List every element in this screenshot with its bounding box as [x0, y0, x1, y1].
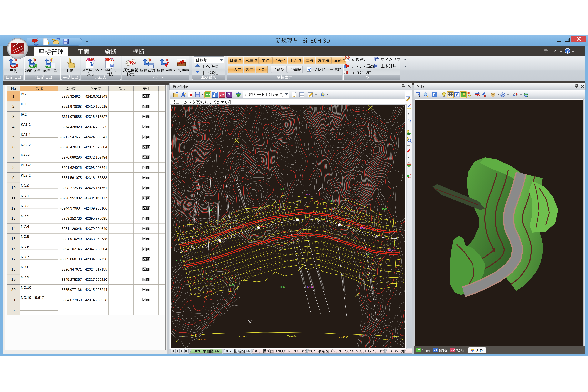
svg-text:KA2-1: KA2-1: [21, 153, 31, 157]
svg-text:-42393.208241: -42393.208241: [84, 166, 107, 170]
svg-text:-3326.347671: -3326.347671: [61, 268, 82, 271]
svg-text:22: 22: [11, 308, 16, 312]
svg-text:KE2-2: KE2-2: [21, 173, 31, 177]
svg-text:7: 7: [12, 155, 15, 160]
svg-text:NO.: NO.: [129, 60, 135, 64]
svg-text:-3244.379934: -3244.379934: [61, 206, 82, 210]
svg-text:NO.4: NO.4: [21, 224, 29, 228]
svg-text:-42409.280106: -42409.280106: [84, 206, 107, 210]
svg-text:NO.2: NO.2: [21, 204, 29, 208]
svg-text:NO.7: NO.7: [21, 255, 29, 259]
svg-text:-3233.324824: -3233.324824: [61, 94, 82, 98]
svg-text:K-20: K-20: [207, 278, 212, 280]
svg-text:NO.9: NO.9: [21, 275, 29, 279]
svg-text:Ya=48.00: Ya=48.00: [196, 338, 206, 340]
svg-text:-42334.007738: -42334.007738: [84, 257, 107, 261]
svg-text:9: 9: [12, 176, 15, 180]
svg-text:IP.1: IP.1: [21, 102, 27, 106]
svg-text:NO.5: NO.5: [21, 234, 29, 238]
svg-text:-42379.904649: -42379.904649: [84, 227, 107, 231]
svg-text:Ya=48.00: Ya=48.00: [339, 336, 348, 338]
svg-text:KA1-2: KA1-2: [21, 122, 31, 126]
svg-text:-3208.272508: -3208.272508: [61, 186, 82, 190]
svg-text:NO.10: NO.10: [21, 286, 31, 290]
svg-text:5: 5: [12, 135, 15, 139]
svg-text:13: 13: [11, 216, 16, 220]
svg-text:-42315.023244: -42315.023244: [84, 288, 107, 292]
svg-text:19: 19: [11, 277, 16, 282]
svg-text:-3261.624025: -3261.624025: [61, 166, 82, 170]
svg-text:-42316.813527: -42316.813527: [84, 115, 107, 118]
svg-text:-42416.011343: -42416.011343: [84, 94, 107, 98]
svg-text:8: 8: [12, 165, 15, 170]
svg-text:18: 18: [11, 267, 16, 272]
svg-text:-3251.978868: -3251.978868: [61, 104, 82, 108]
svg-text:-3259.252736: -3259.252736: [61, 216, 82, 220]
svg-text:KE1-2: KE1-2: [21, 163, 31, 167]
svg-text:-3271.129046: -3271.129046: [61, 227, 82, 231]
svg-text:-42419.011177: -42419.011177: [84, 196, 107, 200]
svg-text:H-19: H-19: [280, 286, 285, 288]
svg-text:4: 4: [12, 124, 15, 129]
svg-text:-3309.060198: -3309.060198: [61, 257, 82, 261]
svg-text:NT-10: NT-10: [388, 248, 395, 251]
svg-text:-42410.199915: -42410.199915: [84, 104, 107, 108]
svg-text:BC-: BC-: [21, 92, 27, 96]
svg-text:NO.3: NO.3: [21, 214, 29, 218]
svg-text:15: 15: [11, 236, 16, 241]
svg-text:16: 16: [11, 247, 16, 251]
svg-text:-42324.017155: -42324.017155: [84, 268, 107, 271]
svg-text:3: 3: [12, 114, 15, 119]
svg-text:-42374.726235: -42374.726235: [84, 125, 107, 129]
svg-text:NT-5: NT-5: [305, 193, 310, 196]
svg-text:N-8: N-8: [328, 200, 332, 202]
svg-text:-3345.275367: -3345.275367: [61, 278, 82, 282]
svg-text:NO.6: NO.6: [21, 245, 29, 249]
svg-text:IP: IP: [467, 92, 470, 95]
svg-text:-42363.059735: -42363.059735: [84, 237, 107, 241]
svg-text:KA1-1: KA1-1: [21, 133, 31, 137]
svg-text:NO.1: NO.1: [21, 194, 29, 198]
svg-text:?: ?: [228, 92, 231, 98]
svg-text:-3226.951092: -3226.951092: [61, 196, 82, 200]
svg-text:NT-1: NT-1: [196, 236, 201, 239]
svg-text:SIMA: SIMA: [85, 57, 95, 61]
svg-text:Ya=48.00: Ya=48.00: [239, 335, 248, 338]
svg-text:-3294.102146: -3294.102146: [61, 247, 82, 251]
svg-text:11: 11: [12, 196, 16, 200]
svg-text:-42372.102494: -42372.102494: [84, 156, 107, 159]
svg-text:Ya=48.00: Ya=48.00: [383, 338, 392, 340]
svg-text:14: 14: [11, 226, 16, 231]
svg-text:-3276.089286: -3276.089286: [61, 156, 82, 159]
svg-text:K-12: K-12: [382, 208, 387, 211]
svg-text:NT-10: NT-10: [390, 242, 396, 245]
svg-text:?: ?: [566, 49, 569, 54]
svg-text:-3384.677860: -3384.677860: [61, 298, 82, 302]
svg-text:-3351.561075: -3351.561075: [61, 176, 82, 180]
svg-text:NT-3: NT-3: [256, 268, 261, 271]
svg-text:IP.2: IP.2: [21, 112, 27, 116]
svg-text:0.0: 0.0: [345, 56, 350, 60]
svg-text:3 D: 3 D: [476, 348, 483, 353]
svg-text:-3212.542661: -3212.542661: [61, 135, 82, 139]
svg-text:SIMA: SIMA: [105, 57, 114, 61]
svg-text:-42395.970095: -42395.970095: [84, 216, 107, 220]
svg-text:-42347.233664: -42347.233664: [84, 247, 107, 251]
svg-text:12: 12: [11, 206, 16, 210]
svg-text:6: 6: [12, 145, 15, 149]
svg-text:-3274.428820: -3274.428820: [61, 125, 82, 129]
svg-text:K-6: K-6: [280, 187, 284, 190]
svg-text:20: 20: [11, 288, 16, 292]
svg-text:17: 17: [11, 257, 16, 261]
svg-text:-42424.593241: -42424.593241: [84, 135, 107, 139]
svg-text:NT-8: NT-8: [360, 227, 366, 230]
svg-text:-42426.151751: -42426.151751: [84, 186, 107, 190]
svg-text:-42316.438333: -42316.438333: [84, 176, 107, 180]
svg-text:-3376.470431: -3376.470431: [61, 145, 82, 149]
svg-text:K-9: K-9: [208, 209, 212, 212]
svg-text:K-49: K-49: [229, 284, 235, 286]
svg-text:-42317.660210: -42317.660210: [84, 278, 107, 282]
svg-text:2: 2: [12, 104, 15, 108]
svg-text:NO.8: NO.8: [21, 265, 29, 269]
svg-text:-42314.526684: -42314.526684: [84, 145, 107, 149]
